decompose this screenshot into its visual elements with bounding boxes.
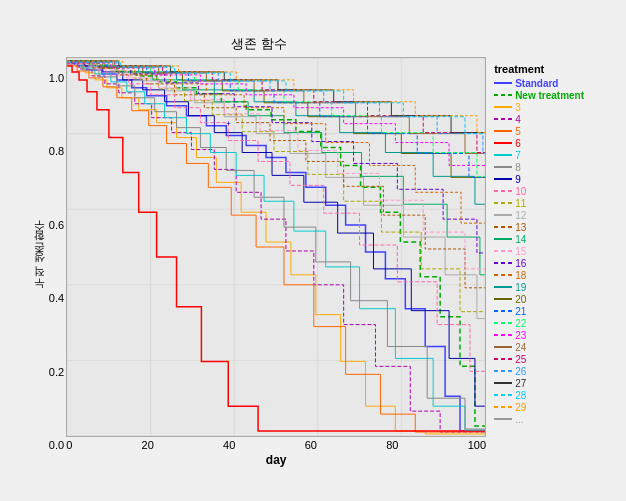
svg-text:+: + <box>72 58 77 67</box>
legend-item: 12 <box>494 210 594 221</box>
legend-item: 7 <box>494 150 594 161</box>
legend-label: 10 <box>515 186 526 197</box>
legend-item: 14 <box>494 234 594 245</box>
legend-label: 26 <box>515 366 526 377</box>
legend-label: 6 <box>515 138 521 149</box>
legend-line-indicator <box>494 382 512 384</box>
legend-item: 23 <box>494 330 594 341</box>
legend-line-indicator <box>494 262 512 264</box>
legend-line-indicator <box>494 238 512 240</box>
outer-container: 생존 함수 누적 생존함수 1.0 0.8 0.6 0.4 0.2 0.0 <box>0 0 626 501</box>
legend-item: 13 <box>494 222 594 233</box>
legend-label: 16 <box>515 258 526 269</box>
legend-item: 28 <box>494 390 594 401</box>
legend-label: 22 <box>515 318 526 329</box>
legend-line-indicator <box>494 166 512 168</box>
legend-label: 12 <box>515 210 526 221</box>
legend-item: 8 <box>494 162 594 173</box>
legend-label: 29 <box>515 402 526 413</box>
legend-line-indicator <box>494 418 512 420</box>
legend-label: 18 <box>515 270 526 281</box>
legend-line-indicator <box>494 370 512 372</box>
chart-area: 생존 함수 누적 생존함수 1.0 0.8 0.6 0.4 0.2 0.0 <box>32 35 486 467</box>
legend-label: 27 <box>515 378 526 389</box>
legend-item: 15 <box>494 246 594 257</box>
legend-label: 21 <box>515 306 526 317</box>
legend-item: New treatment <box>494 90 594 101</box>
legend-label: 25 <box>515 354 526 365</box>
legend-item: 16 <box>494 258 594 269</box>
legend-line-indicator <box>494 214 512 216</box>
legend-line-indicator <box>494 394 512 396</box>
legend-item: 5 <box>494 126 594 137</box>
legend-line-indicator <box>494 322 512 324</box>
legend-line-indicator <box>494 202 512 204</box>
legend-item: 9 <box>494 174 594 185</box>
legend-item: 3 <box>494 102 594 113</box>
x-axis-label: day <box>66 453 486 467</box>
legend-item: 22 <box>494 318 594 329</box>
legend-label: 13 <box>515 222 526 233</box>
chart-wrapper: 생존 함수 누적 생존함수 1.0 0.8 0.6 0.4 0.2 0.0 <box>27 25 599 477</box>
legend-label: 3 <box>515 102 521 113</box>
legend-label: 9 <box>515 174 521 185</box>
legend-item: 4 <box>494 114 594 125</box>
legend-item: 20 <box>494 294 594 305</box>
legend-line-indicator <box>494 106 512 108</box>
legend-line-indicator <box>494 298 512 300</box>
legend-label: 8 <box>515 162 521 173</box>
legend-label: 4 <box>515 114 521 125</box>
legend-item: 10 <box>494 186 594 197</box>
legend-item: 21 <box>494 306 594 317</box>
plot-and-xaxis: + + + 0 20 40 60 80 100 day <box>66 57 486 467</box>
legend-item: 27 <box>494 378 594 389</box>
svg-text:+: + <box>226 118 231 127</box>
legend-label: ... <box>515 414 523 425</box>
legend-line-indicator <box>494 358 512 360</box>
legend-item: 11 <box>494 198 594 209</box>
legend-item: 19 <box>494 282 594 293</box>
legend-line-indicator <box>494 334 512 336</box>
legend-label: 24 <box>515 342 526 353</box>
legend-item: 26 <box>494 366 594 377</box>
legend-item: 18 <box>494 270 594 281</box>
survival-plot-svg: + + + <box>67 58 485 436</box>
legend-item: ... <box>494 414 594 425</box>
legend-label: 7 <box>515 150 521 161</box>
legend-label: 19 <box>515 282 526 293</box>
legend-line-indicator <box>494 310 512 312</box>
legend-label: New treatment <box>515 90 584 101</box>
chart-title: 생존 함수 <box>231 35 287 53</box>
legend-line-indicator <box>494 346 512 348</box>
legend-label: 23 <box>515 330 526 341</box>
legend-item: Standard <box>494 78 594 89</box>
legend-label: 11 <box>515 198 526 209</box>
legend-line-indicator <box>494 130 512 132</box>
legend: treatment StandardNew treatment345678910… <box>494 63 594 426</box>
legend-item: 25 <box>494 354 594 365</box>
legend-line-indicator <box>494 226 512 228</box>
legend-line-indicator <box>494 250 512 252</box>
legend-label: 28 <box>515 390 526 401</box>
legend-line-indicator <box>494 274 512 276</box>
legend-line-indicator <box>494 190 512 192</box>
legend-line-indicator <box>494 82 512 84</box>
legend-items: StandardNew treatment3456789101112131415… <box>494 78 594 425</box>
legend-label: 14 <box>515 234 526 245</box>
legend-item: 6 <box>494 138 594 149</box>
legend-label: 20 <box>515 294 526 305</box>
y-axis-label: 누적 생존함수 <box>32 227 47 296</box>
legend-line-indicator <box>494 142 512 144</box>
y-tick-labels: 1.0 0.8 0.6 0.4 0.2 0.0 <box>49 72 64 452</box>
legend-line-indicator <box>494 286 512 288</box>
legend-label: 5 <box>515 126 521 137</box>
legend-label: 15 <box>515 246 526 257</box>
chart-inner: 누적 생존함수 1.0 0.8 0.6 0.4 0.2 0.0 <box>32 57 486 467</box>
legend-line-indicator <box>494 406 512 408</box>
legend-line-indicator <box>494 178 512 180</box>
legend-line-indicator <box>494 118 512 120</box>
legend-item: 24 <box>494 342 594 353</box>
legend-item: 29 <box>494 402 594 413</box>
legend-title: treatment <box>494 63 594 75</box>
legend-line-indicator <box>494 94 512 96</box>
